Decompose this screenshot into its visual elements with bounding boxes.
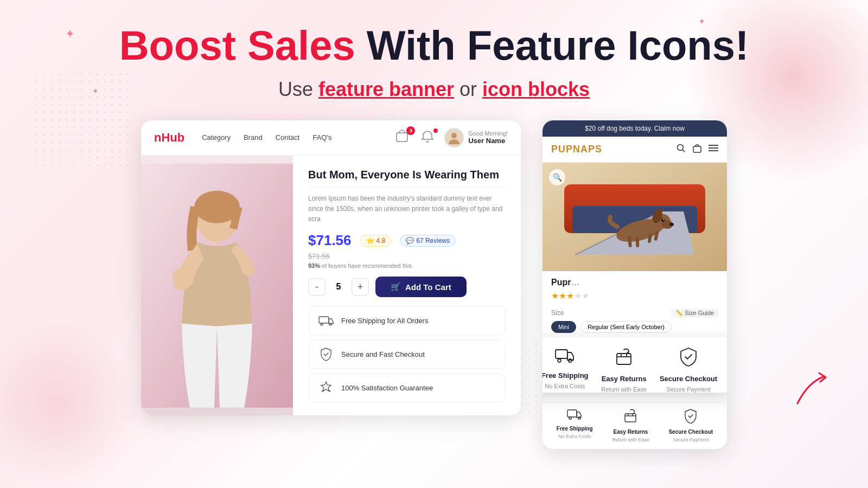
mobile-search-overlay[interactable]: 🔍 xyxy=(549,169,565,185)
shield-check-icon xyxy=(320,347,333,361)
svg-rect-33 xyxy=(567,410,577,417)
svg-point-21 xyxy=(669,223,674,226)
cart-icon-wrap[interactable]: 3 xyxy=(394,129,413,147)
svg-point-35 xyxy=(578,416,580,419)
ruler-icon: 📏 xyxy=(675,310,683,316)
arrow-decoration xyxy=(787,365,835,416)
bottom-checkout-icon xyxy=(684,408,697,427)
nav-brand[interactable]: Brand xyxy=(244,133,263,142)
mobile-product-svg xyxy=(542,163,727,271)
svg-point-9 xyxy=(329,323,331,325)
size-guide-link[interactable]: 📏 Size Guide xyxy=(671,309,718,318)
add-to-cart-button[interactable]: 🛒 Add To Cart xyxy=(375,277,467,297)
bell-icon-wrap[interactable] xyxy=(420,130,437,146)
bottom-shipping-sub: No Extra Costs xyxy=(558,434,591,439)
size-regular-button[interactable]: Regular (Sent Early October) xyxy=(580,321,672,333)
quantity-decrease-button[interactable]: - xyxy=(308,278,326,296)
mobile-logo: PUPNAPS xyxy=(551,144,602,155)
user-info: Good Morning! User Name xyxy=(444,128,508,147)
popup-checkout-icon xyxy=(679,347,698,370)
popup-feature-shipping: Free Shipping No Extra Costs xyxy=(542,347,589,385)
avatar-icon xyxy=(445,129,463,146)
popup-container: Free Shipping No Extra Costs xyxy=(542,337,727,402)
feature-shipping-label: Free Shipping for All Orders xyxy=(341,317,428,325)
mobile-menu-icon[interactable] xyxy=(709,143,718,156)
search-icon xyxy=(676,143,686,153)
svg-rect-29 xyxy=(556,350,567,358)
mobile-header-icons xyxy=(676,143,718,156)
feature-item-secure: Secure and Fast Checkout xyxy=(308,339,506,369)
truck-icon xyxy=(318,314,334,326)
bottom-shipping-icon xyxy=(567,408,582,423)
popup-box-icon xyxy=(614,347,634,367)
product-image-area xyxy=(141,156,293,416)
popup-shipping-subtitle: No Extra Costs xyxy=(545,383,585,389)
popup-shipping-title: Free Shipping xyxy=(542,371,589,380)
svg-point-34 xyxy=(569,416,571,419)
star-icon: ⭐ xyxy=(366,237,374,245)
nav-category[interactable]: Category xyxy=(202,133,231,142)
mobile-promo-banner[interactable]: $20 off dog beds today. Claim now xyxy=(542,120,727,137)
icon-blocks-link[interactable]: icon blocks xyxy=(482,78,590,100)
bottom-returns-icon xyxy=(623,408,637,427)
mobile-header: PUPNAPS xyxy=(542,137,727,163)
feature-secure-label: Secure and Fast Checkout xyxy=(341,350,425,358)
product-desc: Lorem Ipsum has been the industry's stan… xyxy=(308,194,506,225)
svg-rect-0 xyxy=(397,133,407,142)
product-title: But Mom, Everyone Is Wearing Them xyxy=(308,169,506,181)
popup-feature-checkout: Secure Checkout Secure Payment xyxy=(660,347,717,385)
nav-faq[interactable]: FAQ's xyxy=(312,133,331,142)
feature-item-satisfaction: 100% Satisfaction Guarantee xyxy=(308,373,506,402)
bottom-feature-checkout: Secure Checkout Secure Payment xyxy=(668,408,713,442)
quantity-row: - 5 + 🛒 Add To Cart xyxy=(308,277,506,297)
bell-badge xyxy=(433,129,438,133)
reviews-text: 67 Reviews xyxy=(416,237,450,245)
svg-rect-36 xyxy=(625,414,636,422)
comment-icon: 💬 xyxy=(406,237,414,245)
bag-icon xyxy=(692,143,702,153)
mobile-bag-icon[interactable] xyxy=(692,143,702,156)
subtitle: Use feature banner or icon blocks xyxy=(0,78,868,101)
popup-shield-check-icon xyxy=(679,347,698,367)
mobile-bottom-features: Free Shipping No Extra Costs Easy Return… xyxy=(542,402,727,449)
feature-satisfaction-icon xyxy=(317,379,335,396)
store-header-right: 3 xyxy=(394,128,508,147)
product-divider xyxy=(308,187,506,187)
bottom-truck-icon xyxy=(567,408,582,420)
bottom-box-icon xyxy=(623,408,637,423)
bell-icon xyxy=(420,130,435,144)
quantity-increase-button[interactable]: + xyxy=(352,278,369,296)
hamburger-icon xyxy=(709,144,718,152)
svg-point-8 xyxy=(321,323,323,325)
mobile-size-section: Size 📏 Size Guide Mini Regular (Sent Ear… xyxy=(542,305,727,337)
svg-rect-32 xyxy=(617,354,631,364)
size-mini-button[interactable]: Mini xyxy=(551,321,576,333)
recommend-label: of buyers have recommended this. xyxy=(322,262,413,269)
popup-feature-returns: Easy Returns Return with Ease xyxy=(601,347,647,385)
svg-point-31 xyxy=(569,359,572,362)
quantity-value: 5 xyxy=(332,282,345,292)
feature-banner-link[interactable]: feature banner xyxy=(318,78,454,100)
user-name: User Name xyxy=(468,137,508,145)
mobile-stars: ★★★★★ xyxy=(551,291,718,301)
mockup-right-mobile: $20 off dog beds today. Claim now PUPNAP… xyxy=(542,120,727,449)
bottom-feature-shipping: Free Shipping No Extra Costs xyxy=(557,408,593,442)
title-red-part: Boost Sales xyxy=(119,22,355,68)
svg-point-30 xyxy=(558,359,561,362)
feature-satisfaction-label: 100% Satisfaction Guarantee xyxy=(341,384,433,392)
bottom-shield-icon xyxy=(684,408,697,423)
feature-list: Free Shipping for All Orders Secure and … xyxy=(308,306,506,402)
nav-contact[interactable]: Contact xyxy=(276,133,300,142)
popup-truck-icon xyxy=(555,347,575,363)
rating-badge: ⭐ 4.8 xyxy=(360,235,392,247)
cart-badge: 3 xyxy=(406,126,415,135)
main-title: Boost Sales With Feature Icons! xyxy=(0,23,868,68)
price-main: $71.56 xyxy=(308,232,352,249)
store-header: nHub Category Brand Contact FAQ's 3 xyxy=(141,120,521,156)
mobile-search-icon[interactable] xyxy=(676,143,686,156)
reviews-badge: 💬 67 Reviews xyxy=(400,235,456,247)
title-dark-part: With Feature Icons! xyxy=(367,22,749,68)
bottom-checkout-sub: Secure Payment xyxy=(673,437,709,442)
mockup-left-desktop: nHub Category Brand Contact FAQ's 3 xyxy=(141,120,521,416)
bottom-checkout-title: Secure Checkout xyxy=(668,429,713,435)
